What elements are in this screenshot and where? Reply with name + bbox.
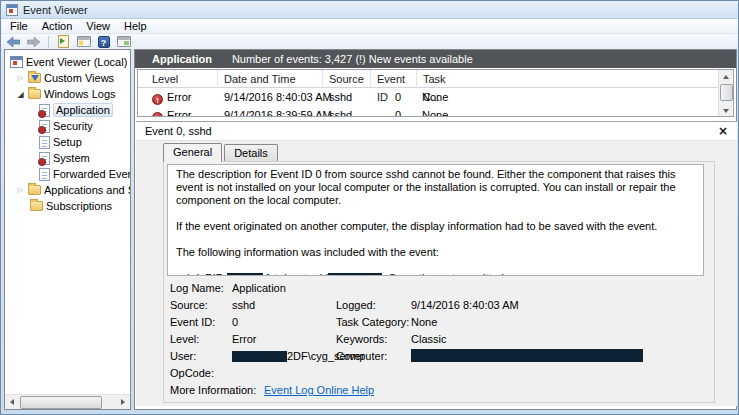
- scrollbar-thumb[interactable]: [20, 396, 102, 409]
- tree-item-label: System: [53, 152, 90, 164]
- general-tab-page: The description for Event ID 0 from sour…: [163, 161, 715, 403]
- titlebar[interactable]: Event Viewer: [1, 1, 739, 19]
- included-text-c: : Operation not permitted: [382, 272, 504, 276]
- tree-item-custom-views[interactable]: ▷ Custom Views: [5, 70, 130, 86]
- scroll-up-icon: [723, 75, 729, 79]
- tree-item-security[interactable]: Security: [5, 118, 130, 134]
- event-properties: Log Name: Application Source: sshd Logge…: [164, 280, 716, 404]
- scroll-down-icon: [723, 109, 729, 113]
- keywords-value: Classic: [411, 331, 446, 348]
- forward-button[interactable]: [25, 34, 42, 49]
- redacted-seteuid-argument: [328, 273, 382, 276]
- tree-item-label: Applications and Services Lo: [44, 184, 130, 196]
- tree-horizontal-scrollbar[interactable]: [5, 394, 130, 409]
- column-header-level[interactable]: Level: [138, 70, 218, 88]
- cell-task-category: None: [422, 106, 448, 117]
- column-header-source[interactable]: Source: [323, 70, 371, 88]
- cell-date-time: 9/14/2016 8:40:03 AM: [224, 88, 332, 106]
- event-pane-tabs: General Details: [163, 143, 280, 162]
- computer-value: [411, 348, 643, 365]
- column-header-task-category[interactable]: Task C...: [417, 70, 457, 88]
- show-console-tree-button[interactable]: [75, 34, 92, 49]
- tree-item-system[interactable]: System: [5, 150, 130, 166]
- event-viewer-icon: [10, 56, 23, 68]
- log-name-title: Application: [152, 53, 212, 65]
- application-log-icon: [39, 104, 50, 117]
- tree-item-applications-and-services[interactable]: ▷ Applications and Services Lo: [5, 182, 130, 198]
- event-id-value: 0: [232, 314, 238, 331]
- expand-expanded-icon[interactable]: ◢: [16, 90, 25, 99]
- column-header-date-time[interactable]: Date and Time: [218, 70, 323, 88]
- open-saved-log-button[interactable]: [55, 34, 72, 49]
- menu-help[interactable]: Help: [117, 19, 154, 33]
- tree-item-setup[interactable]: Setup: [5, 134, 130, 150]
- tree-item-forwarded-events[interactable]: Forwarded Events: [5, 166, 130, 182]
- forwarded-events-log-icon: [39, 168, 50, 181]
- toolbar-separator: [48, 36, 49, 48]
- tree-item-label: Application: [53, 103, 113, 117]
- window-title: Event Viewer: [23, 4, 88, 16]
- event-pane-titlebar: Event 0, sshd ×: [136, 122, 737, 141]
- setup-log-icon: [39, 136, 50, 149]
- scroll-up-button[interactable]: [719, 70, 734, 83]
- tree-item-event-viewer-local[interactable]: Event Viewer (Local): [5, 54, 130, 70]
- description-paragraph-2: If the event originated on another compu…: [176, 220, 695, 233]
- tab-general[interactable]: General: [163, 143, 222, 162]
- scroll-down-button[interactable]: [719, 103, 734, 116]
- cell-level: Error: [167, 88, 191, 106]
- scroll-left-icon: [10, 399, 14, 405]
- task-category-value: None: [411, 314, 437, 331]
- custom-views-folder-icon: [28, 73, 41, 83]
- close-icon[interactable]: ×: [718, 125, 728, 137]
- table-vertical-scrollbar[interactable]: [718, 70, 733, 116]
- scroll-left-button[interactable]: [5, 395, 20, 410]
- show-action-pane-button[interactable]: [115, 34, 132, 49]
- tree-item-windows-logs[interactable]: ◢ Windows Logs: [5, 86, 130, 102]
- redacted-computer-name: [411, 349, 643, 362]
- table-header-row: Level Date and Time Source Event ID Task…: [138, 70, 718, 88]
- scroll-right-button[interactable]: [115, 395, 130, 410]
- cell-event-id: 0: [371, 88, 401, 106]
- task-category-label: Task Category:: [336, 314, 409, 331]
- scroll-right-icon: [121, 399, 125, 405]
- event-row-selected[interactable]: ! Error 9/14/2016 8:40:03 AM sshd 0 None: [138, 88, 718, 106]
- tree-item-application[interactable]: Application: [5, 102, 130, 118]
- included-text-a: sshd: PID: [176, 272, 224, 276]
- event-preview-pane: Event 0, sshd × General Details The desc…: [136, 121, 737, 406]
- user-label: User:: [170, 348, 196, 365]
- scrollbar-thumb[interactable]: [720, 84, 733, 101]
- logged-value: 9/14/2016 8:40:03 AM: [411, 297, 519, 314]
- opcode-label: OpCode:: [170, 365, 214, 382]
- event-log-online-help-link[interactable]: Event Log Online Help: [264, 384, 374, 396]
- menu-view[interactable]: View: [79, 19, 117, 33]
- results-panel: Application Number of events: 3,427 (!) …: [134, 49, 737, 410]
- security-log-icon: [39, 120, 50, 133]
- system-log-icon: [39, 152, 50, 165]
- source-value: sshd: [232, 297, 255, 314]
- expand-collapsed-icon[interactable]: ▷: [16, 74, 25, 82]
- expand-collapsed-icon[interactable]: ▷: [16, 186, 25, 194]
- event-row-clipped[interactable]: ! Error 9/14/2016 8:39:59 AM sshd 0 None: [138, 106, 718, 117]
- help-button[interactable]: ?: [95, 34, 112, 49]
- help-icon: ?: [98, 36, 110, 48]
- column-header-event-id[interactable]: Event ID: [371, 70, 417, 88]
- cell-task-category: None: [422, 88, 448, 106]
- tab-details[interactable]: Details: [224, 144, 278, 162]
- log-name-value: Application: [232, 280, 286, 297]
- included-information-line: sshd: PID fatal: seteuid: Operation not …: [176, 272, 695, 276]
- included-text-b: fatal: seteuid: [266, 272, 328, 276]
- tree-item-label: Security: [53, 120, 93, 132]
- subscriptions-folder-icon: [30, 201, 43, 211]
- event-description-box[interactable]: The description for Event ID 0 from sour…: [167, 164, 704, 276]
- tree-item-label: Event Viewer (Local): [26, 56, 127, 68]
- tree-item-label: Setup: [53, 136, 82, 148]
- redacted-user-domain: [232, 351, 287, 362]
- back-button[interactable]: [5, 34, 22, 49]
- tree-item-subscriptions[interactable]: Subscriptions: [5, 198, 130, 214]
- event-list-table: Level Date and Time Source Event ID Task…: [137, 69, 734, 117]
- menu-action[interactable]: Action: [35, 19, 80, 33]
- tree-item-label: Custom Views: [44, 72, 114, 84]
- event-pane-title: Event 0, sshd: [145, 125, 212, 137]
- menu-file[interactable]: File: [3, 19, 35, 33]
- cell-source: sshd: [329, 88, 352, 106]
